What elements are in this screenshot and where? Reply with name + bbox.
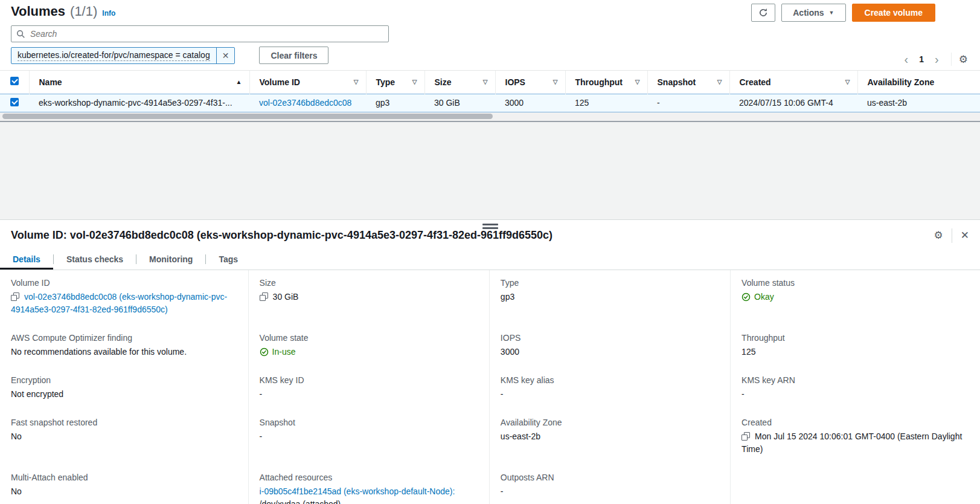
instance-link[interactable]: i-09b05c4f1be2145ad (eks-workshop-defaul… [260, 486, 455, 496]
filter-token[interactable]: kubernetes.io/created-for/pvc/namespace … [11, 47, 235, 64]
sort-ascending-icon: ▲ [236, 79, 242, 85]
field-multi-attach-enabled: Multi-Attach enabled No [0, 465, 248, 504]
filter-icon: ▽ [483, 79, 488, 85]
panel-preferences-gear-icon[interactable]: ⚙ [934, 230, 943, 241]
field-snapshot: Snapshot - [248, 410, 489, 465]
field-value: 3000 [501, 346, 714, 358]
field-value: No [11, 485, 232, 498]
field-value: - [501, 485, 714, 498]
status-ok-icon [260, 347, 269, 357]
field-label: Type [501, 278, 714, 288]
tab-tags[interactable]: Tags [206, 250, 251, 270]
page-title: Volumes [11, 4, 65, 19]
column-header-throughput[interactable]: Throughput ▽ [565, 71, 647, 94]
status-ok-icon [741, 292, 751, 302]
field-label: AWS Compute Optimizer finding [11, 333, 232, 343]
page-title-group: Volumes (1/1) Info [11, 4, 115, 19]
column-header-name[interactable]: Name ▲ [29, 71, 249, 94]
column-label: Type [376, 77, 396, 87]
info-link[interactable]: Info [102, 9, 115, 18]
field-label: IOPS [501, 333, 714, 343]
table-header-row: Name ▲ Volume ID ▽ Type ▽ Size ▽ [0, 71, 980, 94]
page-number[interactable]: 1 [915, 54, 927, 64]
divider [952, 228, 952, 243]
column-header-snapshot[interactable]: Snapshot ▽ [647, 71, 729, 94]
field-value: 125 [741, 346, 964, 358]
column-label: Size [435, 77, 452, 87]
field-value: - [501, 388, 714, 401]
field-value: us-east-2b [501, 430, 714, 443]
copy-icon[interactable] [741, 432, 750, 441]
column-label: Throughput [575, 77, 623, 87]
copy-icon[interactable] [260, 292, 268, 301]
status-badge: In-use [272, 346, 296, 358]
column-header-size[interactable]: Size ▽ [424, 71, 495, 94]
field-value: 30 GiB [273, 292, 299, 302]
table-preferences-gear-icon[interactable]: ⚙ [959, 54, 968, 65]
column-header-availability-zone[interactable]: Availability Zone [857, 71, 980, 94]
column-header-iops[interactable]: IOPS ▽ [495, 71, 565, 94]
field-iops: IOPS 3000 [489, 325, 730, 367]
column-header-created[interactable]: Created ▽ [729, 71, 857, 94]
field-volume-id: Volume ID vol-02e3746bd8edc0c08 (eks-wor… [0, 270, 248, 325]
field-type: Type gp3 [489, 270, 730, 325]
empty-cell [730, 465, 980, 504]
column-label: Snapshot [658, 77, 696, 87]
tab-details[interactable]: Details [0, 250, 53, 270]
details-grid: Volume ID vol-02e3746bd8edc0c08 (eks-wor… [0, 270, 980, 504]
actions-button[interactable]: Actions ▼ [781, 4, 845, 22]
volume-id-link[interactable]: vol-02e3746bd8edc0c08 [259, 98, 351, 108]
field-volume-state: Volume state In-use [248, 325, 489, 367]
header-actions: Actions ▼ Create volume [751, 4, 935, 22]
device-path: /dev/xvdaa (attached) [260, 498, 473, 504]
close-panel-icon[interactable]: ✕ [961, 229, 969, 242]
column-header-volume-id[interactable]: Volume ID ▽ [249, 71, 366, 94]
filter-row: kubernetes.io/created-for/pvc/namespace … [11, 47, 969, 64]
field-value: No recommendations available for this vo… [11, 346, 232, 358]
panel-tabs: Details Status checks Monitoring Tags [0, 250, 980, 270]
horizontal-scrollbar[interactable] [0, 112, 980, 121]
field-label: Outposts ARN [501, 473, 714, 482]
cell-name: eks-workshop-dynamic-pvc-4914a5e3-0297-4… [29, 94, 249, 112]
column-label: IOPS [505, 77, 525, 87]
tab-status-checks[interactable]: Status checks [54, 250, 136, 270]
column-label: Availability Zone [868, 77, 935, 87]
column-header-type[interactable]: Type ▽ [366, 71, 424, 94]
clear-filters-button[interactable]: Clear filters [259, 47, 328, 64]
field-label: Volume ID [11, 278, 232, 288]
chevron-left-icon[interactable]: ‹ [900, 53, 914, 65]
volumes-count: (1/1) [70, 4, 97, 19]
clear-filters-label: Clear filters [271, 51, 317, 60]
select-all-header [0, 71, 29, 94]
copy-icon[interactable] [11, 292, 19, 301]
volumes-page: Volumes (1/1) Info Actions ▼ Create volu… [0, 0, 980, 504]
field-label: Availability Zone [501, 418, 714, 427]
volume-id-link[interactable]: vol-02e3746bd8edc0c08 (eks-workshop-dyna… [11, 292, 227, 314]
search-box[interactable] [11, 25, 389, 42]
filter-token-label: kubernetes.io/created-for/pvc/namespace … [11, 48, 216, 63]
scrollbar-thumb[interactable] [2, 114, 493, 119]
remove-filter-icon[interactable]: ✕ [216, 48, 235, 63]
page-header: Volumes (1/1) Info Actions ▼ Create volu… [0, 0, 980, 22]
refresh-icon [758, 8, 768, 18]
refresh-button[interactable] [751, 4, 775, 22]
field-kms-key-id: KMS key ID - [248, 367, 489, 410]
search-input[interactable] [29, 28, 383, 39]
select-all-checkbox[interactable] [10, 77, 19, 85]
field-volume-status: Volume status Okay [730, 270, 980, 325]
field-label: Multi-Attach enabled [11, 473, 232, 482]
actions-button-label: Actions [793, 8, 824, 18]
tab-monitoring[interactable]: Monitoring [136, 250, 205, 270]
field-label: Snapshot [260, 418, 473, 427]
field-value: Mon Jul 15 2024 10:06:01 GMT-0400 (Easte… [741, 431, 962, 454]
field-kms-key-alias: KMS key alias - [489, 367, 730, 410]
field-kms-key-arn: KMS key ARN - [730, 367, 980, 410]
panel-resize-handle-icon[interactable] [482, 222, 498, 231]
field-compute-optimizer-finding: AWS Compute Optimizer finding No recomme… [0, 325, 248, 367]
create-volume-button[interactable]: Create volume [852, 4, 935, 22]
table-row[interactable]: eks-workshop-dynamic-pvc-4914a5e3-0297-4… [0, 94, 980, 112]
chevron-right-icon[interactable]: › [930, 53, 944, 65]
field-label: KMS key ARN [741, 375, 964, 385]
field-value: gp3 [501, 291, 714, 303]
row-checkbox[interactable] [10, 98, 19, 106]
